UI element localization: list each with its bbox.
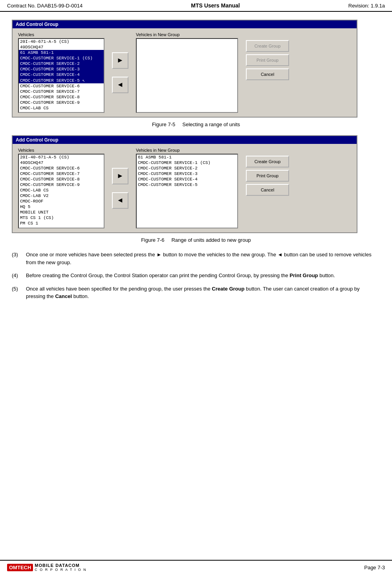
para5-bold1: Create Group bbox=[212, 286, 244, 292]
para4-num: (4) bbox=[12, 272, 23, 280]
new-group-label-5: Vehicles in New Group bbox=[136, 32, 238, 37]
new-group-listbox-5[interactable] bbox=[136, 38, 238, 113]
dialog-figure6: Add Control Group Vehicles 20I-40-671-A-… bbox=[12, 135, 357, 233]
list-item[interactable]: CMDC-CUSTOMER SERVICE-8 bbox=[19, 94, 104, 100]
side-buttons-5: Create Group Print Group Cancel bbox=[246, 32, 289, 113]
side-buttons-6: Create Group Print Group Cancel bbox=[246, 148, 289, 228]
list-item[interactable]: CMDC-CUSTOMER SERVICE-7 bbox=[19, 89, 104, 94]
logo-mobile: MOBILE DATACOM bbox=[35, 563, 87, 568]
dialog-figure5: Add Control Group Vehicles 20I-40-671-A-… bbox=[12, 20, 357, 118]
caption-6: Figure 7-6 Range of units added to new g… bbox=[12, 237, 380, 243]
paragraph-3: (3) Once one or more vehicles have been … bbox=[12, 251, 380, 266]
page-footer: OMTECH MOBILE DATACOM C O R P O R A T I … bbox=[0, 560, 392, 574]
list-item[interactable]: CMDC-CUSTOMER SERVICE-6 bbox=[19, 166, 104, 171]
logo-text-block: MOBILE DATACOM C O R P O R A T I O N bbox=[35, 563, 87, 572]
list-item[interactable]: CMDC-CUSTOMER SERVICE-6 bbox=[19, 83, 104, 89]
list-item[interactable]: CMDC-ROOF bbox=[19, 199, 104, 204]
caption-5: Figure 7-5 Selecting a range of units bbox=[12, 121, 380, 127]
list-item[interactable]: CMDC-CUSTOMER SERVICE-1 (CS) bbox=[19, 55, 104, 61]
list-item[interactable]: MOBILE UNIT bbox=[19, 210, 104, 215]
para5-num: (5) bbox=[12, 285, 23, 300]
remove-from-group-btn-5[interactable]: ◄ bbox=[112, 77, 128, 93]
page-body: Add Control Group Vehicles 20I-40-671-A-… bbox=[0, 12, 392, 314]
list-item[interactable]: CMDC-CUSTOMER SERVICE-2 bbox=[19, 61, 104, 66]
list-item[interactable]: CMDC-CUSTOMER SERVICE-3 bbox=[19, 66, 104, 72]
list-item[interactable]: CMDC-CUSTOMER SERVICE-4 bbox=[19, 72, 104, 77]
list-item[interactable]: CMDC-CUSTOMER SERVICE-9 bbox=[19, 182, 104, 188]
dialog6-content: Vehicles 20I-40-671-A-5 (CS)49DSCHQ47CMD… bbox=[13, 144, 357, 232]
para5-bold2: Cancel bbox=[55, 293, 72, 299]
page-header: Contract No. DAAB15-99-D-0014 MTS Users … bbox=[0, 0, 392, 12]
caption5-num: Figure 7-5 bbox=[152, 121, 175, 127]
list-item[interactable]: CMDC-CUSTOMER SERVICE-9 bbox=[19, 100, 104, 105]
caption6-text: Range of units added to new group bbox=[171, 237, 251, 243]
logo-brand: OMTECH bbox=[7, 564, 33, 571]
vehicles-listbox-6[interactable]: 20I-40-671-A-5 (CS)49DSCHQ47CMDC-CUSTOME… bbox=[18, 154, 104, 228]
list-item[interactable]: CMDC-CUSTOMER SERVICE-3 bbox=[137, 171, 237, 177]
list-item[interactable]: CMDC-LAB V2 bbox=[19, 193, 104, 199]
list-item[interactable]: HQ 5 bbox=[19, 204, 104, 210]
add-to-group-btn-6[interactable]: ► bbox=[112, 168, 128, 184]
footer-logo: OMTECH MOBILE DATACOM C O R P O R A T I … bbox=[7, 563, 87, 572]
list-item[interactable]: 61 ASMB 581-1 bbox=[19, 50, 104, 55]
list-item[interactable]: CMDC-CUSTOMER SERVICE-5 bbox=[137, 182, 237, 188]
list-item[interactable]: CMDC-CUSTOMER SERVICE-2 bbox=[137, 166, 237, 171]
header-left: Contract No. DAAB15-99-D-0014 bbox=[7, 3, 82, 9]
vehicles-col-6: Vehicles 20I-40-671-A-5 (CS)49DSCHQ47CMD… bbox=[18, 148, 104, 228]
dialog5-content: Vehicles 20I-40-671-A-5 (CS)49DSCHQ4761 … bbox=[13, 28, 357, 117]
vehicles-col-5: Vehicles 20I-40-671-A-5 (CS)49DSCHQ4761 … bbox=[18, 32, 104, 113]
list-item[interactable]: 61 ASMB 581-1 bbox=[137, 155, 237, 160]
list-item[interactable]: CMDC-CUSTOMER SERVICE-8 bbox=[19, 177, 104, 182]
arrow-area-6: ► ◄ bbox=[108, 148, 132, 228]
logo-corp: C O R P O R A T I O N bbox=[35, 568, 87, 572]
paragraph-4: (4) Before creating the Control Group, t… bbox=[12, 272, 380, 280]
new-group-col-5: Vehicles in New Group bbox=[136, 32, 238, 113]
list-item[interactable]: 20I-40-671-A-5 (CS) bbox=[19, 155, 104, 160]
add-to-group-btn-5[interactable]: ► bbox=[112, 52, 128, 69]
new-group-listbox-6[interactable]: 61 ASMB 581-1CMDC-CUSTOMER SERVICE-1 (CS… bbox=[136, 154, 238, 228]
caption6-num: Figure 7-6 bbox=[141, 237, 164, 243]
header-right: Revision: 1.9.1a bbox=[348, 3, 385, 9]
vehicles-label-5: Vehicles bbox=[18, 32, 104, 37]
vehicles-listbox-wrap-5: 20I-40-671-A-5 (CS)49DSCHQ4761 ASMB 581-… bbox=[18, 38, 104, 113]
para3-content: Once one or more vehicles have been sele… bbox=[26, 251, 380, 266]
caption5-text: Selecting a range of units bbox=[182, 121, 240, 127]
list-item[interactable]: CMDC-CUSTOMER SERVICE-5 ↖ bbox=[19, 77, 104, 83]
para5-content: Once all vehicles have been specified fo… bbox=[26, 285, 380, 300]
new-group-col-6: Vehicles in New Group 61 ASMB 581-1CMDC-… bbox=[136, 148, 238, 228]
list-item[interactable]: CMDC-CUSTOMER SERVICE-1 (CS) bbox=[137, 160, 237, 166]
list-item[interactable]: CMDC-LAB CS bbox=[19, 188, 104, 193]
arrow-area-5: ► ◄ bbox=[108, 32, 132, 113]
cancel-btn-5[interactable]: Cancel bbox=[246, 68, 289, 80]
list-item[interactable]: 49DSCHQ47 bbox=[19, 44, 104, 50]
create-group-btn-5[interactable]: Create Group bbox=[246, 40, 289, 52]
para4-bold: Print Group bbox=[289, 272, 318, 278]
vehicles-listbox-5[interactable]: 20I-40-671-A-5 (CS)49DSCHQ4761 ASMB 581-… bbox=[18, 38, 104, 113]
para3-num: (3) bbox=[12, 251, 23, 266]
list-item[interactable]: CMDC-CUSTOMER SERVICE-7 bbox=[19, 171, 104, 177]
dialog6-titlebar: Add Control Group bbox=[13, 136, 357, 144]
dialog5-titlebar: Add Control Group bbox=[13, 20, 357, 28]
new-group-label-6: Vehicles in New Group bbox=[136, 148, 238, 153]
para4-content: Before creating the Control Group, the C… bbox=[26, 272, 380, 280]
list-item[interactable]: 49DSCHQ47 bbox=[19, 160, 104, 166]
list-item[interactable]: CMDC-LAB CS bbox=[19, 105, 104, 111]
list-item[interactable]: 20I-40-671-A-5 (CS) bbox=[19, 39, 104, 44]
page-number: Page 7-3 bbox=[364, 565, 385, 570]
list-item[interactable]: CMDC-CUSTOMER SERVICE-4 bbox=[137, 177, 237, 182]
remove-from-group-btn-6[interactable]: ◄ bbox=[112, 192, 128, 209]
print-group-btn-5[interactable]: Print Group bbox=[246, 54, 289, 66]
print-group-btn-6[interactable]: Print Group bbox=[246, 170, 289, 182]
list-item[interactable]: MTS CS 1 (CS) bbox=[19, 215, 104, 221]
vehicles-listbox-wrap-6: 20I-40-671-A-5 (CS)49DSCHQ47CMDC-CUSTOME… bbox=[18, 154, 104, 228]
cancel-btn-6[interactable]: Cancel bbox=[246, 184, 289, 196]
create-group-btn-6[interactable]: Create Group bbox=[246, 156, 289, 167]
vehicles-label-6: Vehicles bbox=[18, 148, 104, 153]
header-title: MTS Users Manual bbox=[191, 2, 240, 9]
paragraph-5: (5) Once all vehicles have been specifie… bbox=[12, 285, 380, 300]
list-item[interactable]: PM CS 1 bbox=[19, 221, 104, 226]
